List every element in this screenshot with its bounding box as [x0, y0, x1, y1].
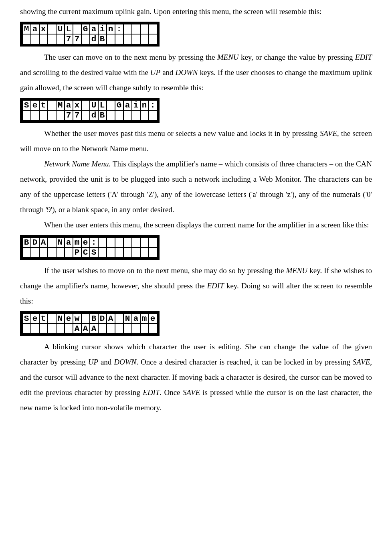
- lcd-cell: [48, 324, 56, 334]
- lcd-cell: [132, 24, 140, 34]
- lcd-cell: e: [31, 314, 39, 324]
- lcd-cell: [22, 110, 31, 120]
- lcd-cell: [56, 34, 65, 44]
- text: The user can move on to the next menu by…: [44, 53, 217, 61]
- lcd-cell: :: [90, 237, 98, 247]
- lcd-cell: x: [73, 100, 81, 110]
- lcd-cell: [56, 110, 65, 120]
- lcd-cell: [65, 324, 73, 334]
- lcd-cell: S: [22, 100, 31, 110]
- text: and: [160, 68, 175, 77]
- save-key: SAVE: [353, 358, 370, 366]
- lcd-set-max-ul-gain: Set Max UL Gain: 77 dB: [20, 98, 160, 123]
- lcd-cell: A: [39, 237, 48, 247]
- lcd-cell: 7: [73, 34, 81, 44]
- lcd-cell: a: [65, 100, 73, 110]
- lcd-cell: i: [132, 100, 140, 110]
- lcd-cell: [73, 24, 81, 34]
- lcd-cell: G: [115, 100, 123, 110]
- lcd-cell: [132, 34, 140, 44]
- lcd-cell: C: [81, 247, 90, 257]
- lcd-cell: A: [90, 324, 98, 334]
- lcd-cell: A: [81, 324, 90, 334]
- lcd-cell: [123, 34, 132, 44]
- lcd-cell: a: [90, 24, 98, 34]
- lcd-cell: e: [81, 237, 90, 247]
- menu-key: MENU: [286, 266, 307, 275]
- lcd-set-new-bda-name: Set New BDA Name AAA: [20, 311, 160, 336]
- lcd-cell: [98, 237, 107, 247]
- save-key: SAVE: [183, 388, 200, 397]
- lcd-cell: [115, 237, 123, 247]
- lcd-cell: [123, 110, 132, 120]
- lcd-cell: [81, 110, 90, 120]
- lcd-cell: a: [31, 24, 39, 34]
- lcd-cell: [22, 247, 31, 257]
- lcd-cell: [107, 324, 115, 334]
- para-menu-edit: The user can move on to the next menu by…: [20, 50, 372, 95]
- lcd-cell: L: [98, 100, 107, 110]
- lcd2-row1: Set Max UL Gain:: [22, 100, 157, 110]
- lcd4-row1: Set New BDA Name: [22, 314, 157, 324]
- lcd-cell: [149, 324, 157, 334]
- lcd-cell: 7: [73, 110, 81, 120]
- lcd-cell: [65, 247, 73, 257]
- lcd-cell: [107, 237, 115, 247]
- lcd-cell: [149, 34, 157, 44]
- lcd-cell: D: [98, 314, 107, 324]
- section-title: Network Name Menu.: [44, 160, 111, 168]
- lcd-cell: S: [22, 314, 31, 324]
- lcd-cell: A: [73, 324, 81, 334]
- lcd-cell: [107, 110, 115, 120]
- edit-key: EDIT: [355, 53, 372, 61]
- lcd3-row1: BDA Name:: [22, 237, 157, 247]
- lcd-cell: e: [149, 314, 157, 324]
- lcd-cell: [115, 324, 123, 334]
- lcd-cell: 7: [65, 110, 73, 120]
- lcd-cell: a: [132, 314, 140, 324]
- lcd-cell: 7: [65, 34, 73, 44]
- lcd-cell: [149, 247, 157, 257]
- lcd-cell: N: [123, 314, 132, 324]
- lcd-cell: [31, 34, 39, 44]
- lcd2-row2: 77 dB: [22, 110, 157, 120]
- lcd-cell: [98, 247, 107, 257]
- lcd-cell: [140, 324, 149, 334]
- para-enter-menu: When the user enters this menu, the scre…: [20, 217, 372, 233]
- lcd-cell: [149, 237, 157, 247]
- down-key: DOWN: [176, 68, 198, 77]
- lcd4-row2: AAA: [22, 324, 157, 334]
- lcd-cell: [39, 110, 48, 120]
- lcd-cell: M: [56, 100, 65, 110]
- lcd-cell: t: [39, 100, 48, 110]
- lcd-cell: N: [56, 237, 65, 247]
- lcd3-row2: PCS: [22, 247, 157, 257]
- lcd-cell: [39, 34, 48, 44]
- lcd-cell: [48, 24, 56, 34]
- lcd-cell: P: [73, 247, 81, 257]
- lcd-cell: :: [149, 100, 157, 110]
- para-network-name-menu: Network Name Menu. This displays the amp…: [20, 156, 372, 217]
- lcd-cell: [48, 247, 56, 257]
- lcd-cell: w: [73, 314, 81, 324]
- lcd-cell: M: [22, 24, 31, 34]
- lcd-cell: [132, 110, 140, 120]
- lcd-cell: [81, 100, 90, 110]
- text: key, or change the value by pressing: [239, 53, 355, 61]
- lcd-cell: S: [90, 247, 98, 257]
- lcd-cell: B: [90, 314, 98, 324]
- lcd-bda-name: BDA Name: PCS: [20, 235, 160, 260]
- edit-key: EDIT: [143, 388, 160, 397]
- lcd-cell: [140, 237, 149, 247]
- lcd-cell: [31, 110, 39, 120]
- lcd-cell: m: [140, 314, 149, 324]
- para-change-name: If the user wishes to move on to the nex…: [20, 263, 372, 309]
- lcd-cell: x: [39, 24, 48, 34]
- lcd-cell: n: [107, 24, 115, 34]
- lcd-cell: [31, 247, 39, 257]
- lcd-cell: [140, 34, 149, 44]
- lcd-cell: [115, 34, 123, 44]
- lcd-cell: a: [65, 237, 73, 247]
- lcd-cell: [107, 100, 115, 110]
- lcd-cell: [31, 324, 39, 334]
